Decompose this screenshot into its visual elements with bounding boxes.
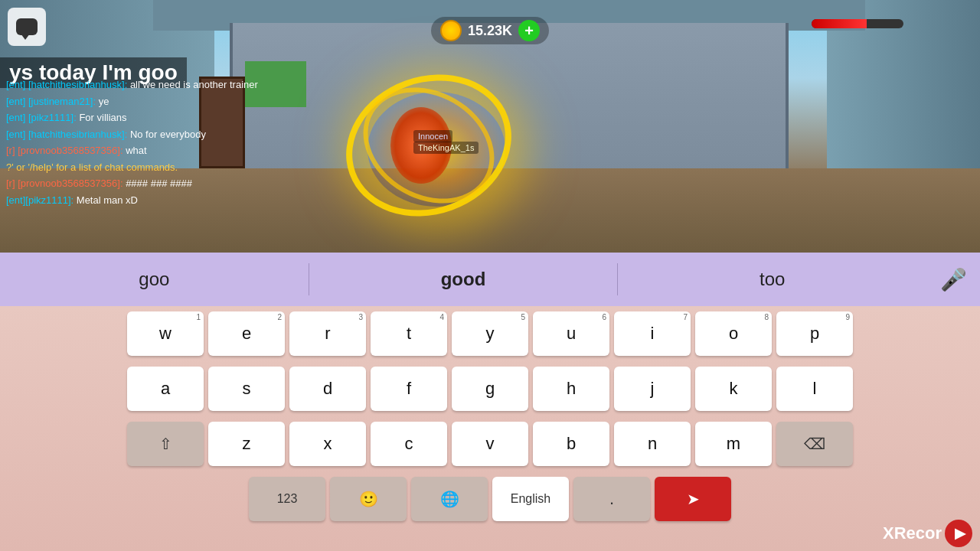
key-k[interactable]: k (695, 367, 772, 411)
msg-text-5: what (126, 145, 146, 156)
key-f[interactable]: f (371, 367, 447, 411)
msg-user-2: [ent] [justineman21]: (6, 96, 96, 107)
msg-user-4: [ent] [hatchithesibrianhusk]: (6, 129, 127, 140)
shift-key[interactable]: ⇧ (127, 422, 204, 466)
key-j[interactable]: j (614, 367, 691, 411)
key-z[interactable]: z (208, 422, 285, 466)
xrecord-play-icon: ▶ (945, 520, 972, 547)
key-c[interactable]: c (371, 422, 447, 466)
msg-text-8: Metal man xD (77, 194, 138, 206)
key-w[interactable]: 1w (127, 311, 204, 356)
xrecord-logo: XRecor ▶ (883, 520, 972, 547)
msg-user-5: [r] [provnoob3568537356]: (6, 145, 123, 156)
key-m[interactable]: m (695, 422, 772, 466)
chat-message-8: [ent][pikz1111]: Metal man xD (0, 192, 383, 209)
player-tag-2: TheKingAK_1s (413, 142, 479, 154)
key-e[interactable]: 2e (208, 311, 285, 356)
msg-text-1: all we need is another trainer (130, 79, 258, 90)
key-x[interactable]: x (289, 422, 366, 466)
key-l[interactable]: l (776, 367, 853, 411)
msg-user-7: [r] [provnoob3568537356]: (6, 178, 123, 189)
key-n[interactable]: n (614, 422, 691, 466)
key-r[interactable]: 3r (289, 311, 366, 356)
suggestion-good[interactable]: good (309, 269, 618, 290)
msg-system-6: ?' or '/help' for a list of chat command… (6, 161, 178, 173)
key-s[interactable]: s (208, 367, 285, 411)
key-row-1: 1w 2e 3r 4t 5y 6u 7i 8o 9p (0, 306, 980, 361)
chat-icon-button[interactable] (8, 8, 46, 46)
key-p[interactable]: 9p (776, 311, 853, 356)
key-row-3: ⇧ z x c v b n m ⌫ (0, 416, 980, 471)
mic-button[interactable]: 🎤 (926, 267, 980, 292)
backspace-key[interactable]: ⌫ (776, 422, 853, 466)
chat-message-6: ?' or '/help' for a list of chat command… (0, 159, 383, 176)
send-key[interactable]: ➤ (655, 477, 731, 521)
key-o[interactable]: 8o (695, 311, 772, 356)
key-a[interactable]: a (127, 367, 204, 411)
key-h[interactable]: h (533, 367, 609, 411)
chat-message-7: [r] [provnoob3568537356]: #### ### #### (0, 175, 383, 192)
key-g[interactable]: g (452, 367, 528, 411)
key-b[interactable]: b (533, 422, 609, 466)
key-y[interactable]: 5y (452, 311, 528, 356)
key-row-2: a s d f g h j k l (0, 361, 980, 416)
key-i[interactable]: 7i (614, 311, 691, 356)
chat-message-2: [ent] [justineman21]: ye (0, 93, 383, 110)
key-t[interactable]: 4t (371, 311, 447, 356)
numbers-key[interactable]: 123 (249, 477, 325, 521)
msg-user-1: [ent] [hatchithesibrianhusk]: (6, 79, 127, 90)
emoji-key[interactable]: 🙂 (330, 477, 407, 521)
game-viewport: Innocen TheKingAK_1s 15.23K + ys today I… (0, 0, 980, 260)
chat-message-5: [r] [provnoob3568537356]: what (0, 142, 383, 159)
msg-user-8: [ent][pikz1111]: (6, 194, 74, 206)
msg-text-7: #### ### #### (126, 178, 192, 189)
suggestion-goo[interactable]: goo (0, 269, 309, 290)
msg-user-3: [ent] [pikz1111]: (6, 112, 77, 123)
player-tag-1: Innocen (413, 130, 452, 142)
dot-key[interactable]: . (573, 477, 650, 521)
space-key[interactable]: English (492, 477, 569, 521)
key-u[interactable]: 6u (533, 311, 609, 356)
msg-text-3: For villians (79, 112, 126, 123)
msg-text-2: ye (99, 96, 109, 107)
chat-message-1: [ent] [hatchithesibrianhusk]: all we nee… (0, 77, 383, 93)
key-d[interactable]: d (289, 367, 366, 411)
chat-messages: [ent] [hatchithesibrianhusk]: all we nee… (0, 77, 383, 208)
chat-bubble-icon (16, 18, 38, 35)
keyboard-area: 1w 2e 3r 4t 5y 6u 7i 8o 9p a s d f g h j… (0, 306, 980, 551)
suggestion-too[interactable]: too (618, 269, 926, 290)
globe-key[interactable]: 🌐 (411, 477, 488, 521)
key-row-4: 123 🙂 🌐 English . ➤ (0, 471, 980, 527)
chat-message-4: [ent] [hatchithesibrianhusk]: No for eve… (0, 126, 383, 143)
chat-message-3: [ent] [pikz1111]: For villians (0, 109, 383, 126)
suggestions-bar: goo good too 🎤 (0, 253, 980, 306)
msg-text-4: No for everybody (130, 129, 206, 140)
key-v[interactable]: v (452, 422, 528, 466)
xrecord-brand: XRecor (883, 523, 942, 543)
